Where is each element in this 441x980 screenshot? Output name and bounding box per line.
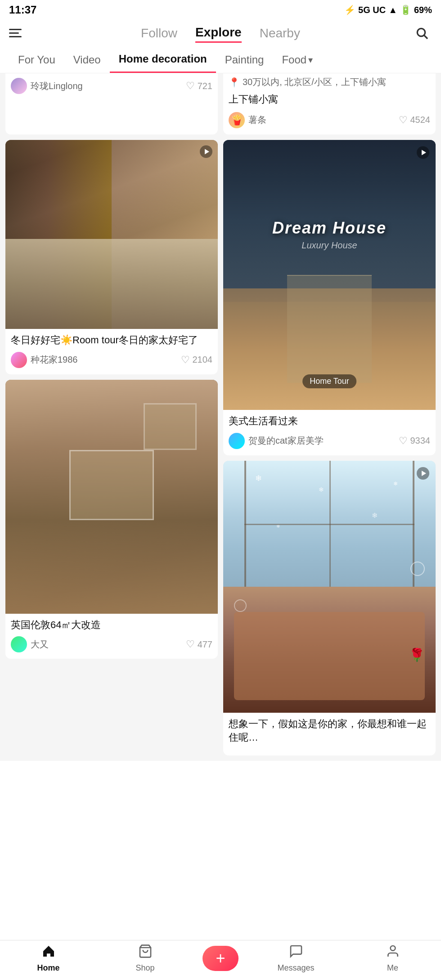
card-info-2: 美式生活看过来 贺曼的cat家居美学 ♡ 9334 <box>223 410 436 455</box>
card-title-3: 英国伦敦64㎡大改造 <box>11 618 212 632</box>
card-img-living-room <box>5 140 218 329</box>
network-label: 5G UC <box>358 5 386 15</box>
card-img-dream-house: Dream House Luxury House Home Tour <box>223 140 436 410</box>
partial-card-left[interactable]: 玲珑Linglong ♡ 721 <box>5 73 218 135</box>
nav-shop[interactable]: Shop <box>97 944 194 973</box>
wifi-icon: ▲ <box>388 5 397 15</box>
status-right: ⚡ 5G UC ▲ 🔋 69% <box>344 4 432 15</box>
author-left: 玲珑Linglong <box>11 78 83 94</box>
partial-card-right[interactable]: 📍 30万以内, 北京区/小区，上下铺小寓 上下铺小寓 🍟 薯条 ♡ 4524 <box>223 73 436 135</box>
location-icon: 📍 <box>229 77 240 88</box>
like-section-3[interactable]: ♡ 477 <box>186 638 212 650</box>
partial-author-right: 🍟 薯条 ♡ 4524 <box>223 108 436 135</box>
partial-right-title: 上下铺小寓 <box>223 90 436 108</box>
avatar-linglong <box>11 78 27 94</box>
home-tour-badge: Home Tour <box>302 374 356 388</box>
card-dream-house[interactable]: Dream House Luxury House Home Tour 美 <box>223 140 436 455</box>
home-icon <box>41 944 56 962</box>
author-name-shuciao: 薯条 <box>248 114 266 126</box>
status-time: 11:37 <box>9 4 36 16</box>
nav-me[interactable]: Me <box>344 944 441 973</box>
add-icon: + <box>216 950 225 967</box>
card-img-snow-room: ❄ ❄ ❄ ❄ ❄ 🌹 <box>223 461 436 713</box>
card-info-1: 冬日好好宅☀️Room tour冬日的家太好宅了 种花家1986 ♡ 2104 <box>5 329 218 374</box>
author-name-linglong: 玲珑Linglong <box>31 80 83 92</box>
partial-author-left: 玲珑Linglong ♡ 721 <box>5 73 218 100</box>
heart-icon-2: ♡ <box>399 435 408 447</box>
like-section-top-left: ♡ 721 <box>186 80 212 92</box>
like-section-top-right: ♡ 4524 <box>399 114 431 126</box>
messages-icon <box>289 944 303 962</box>
dream-house-title: Dream House <box>234 218 425 237</box>
svg-point-8 <box>390 946 395 951</box>
nav-messages-label: Messages <box>277 963 314 973</box>
battery-label: 69% <box>414 5 432 15</box>
card-author-2: 贺曼的cat家居美学 ♡ 9334 <box>229 433 430 449</box>
nav-messages[interactable]: Messages <box>248 944 344 973</box>
feed-column-right: Dream House Luxury House Home Tour 美 <box>223 140 436 755</box>
svg-point-0 <box>417 28 425 36</box>
me-icon <box>386 944 400 962</box>
nav-nearby[interactable]: Nearby <box>260 24 300 42</box>
category-tabs: For You Video Home decoration Painting F… <box>0 46 441 73</box>
like-count-shuciao: 4524 <box>410 115 431 125</box>
like-count-linglong: 721 <box>198 81 212 91</box>
signal-icon: ⚡ <box>344 4 356 15</box>
nav-me-label: Me <box>387 963 398 973</box>
shop-icon <box>138 944 153 962</box>
avatar-2 <box>229 433 245 449</box>
video-play-icon-2 <box>416 145 430 162</box>
feed-column-left: 冬日好好宅☀️Room tour冬日的家太好宅了 种花家1986 ♡ 2104 <box>5 140 218 659</box>
partial-right-location: 30万以内, 北京区/小区，上下铺小寓 <box>243 76 386 88</box>
cat-food[interactable]: Food ▾ <box>273 47 322 72</box>
nav-tabs: Follow Explore Nearby <box>29 23 412 43</box>
heart-icon-3: ♡ <box>186 638 195 650</box>
add-button[interactable]: + <box>202 946 238 971</box>
cat-for-you[interactable]: For You <box>9 47 64 72</box>
nav-explore[interactable]: Explore <box>195 23 242 43</box>
video-play-icon-4 <box>416 466 430 482</box>
main-feed: 冬日好好宅☀️Room tour冬日的家太好宅了 种花家1986 ♡ 2104 <box>0 135 441 761</box>
author-name-3: 大又 <box>31 638 49 651</box>
header: Follow Explore Nearby <box>0 20 441 46</box>
img-living-room-bottom <box>5 239 218 329</box>
video-play-icon-1 <box>199 144 213 161</box>
card-snow-room[interactable]: ❄ ❄ ❄ ❄ ❄ 🌹 <box>223 461 436 756</box>
flower-icon: 🌹 <box>409 647 425 662</box>
search-button[interactable] <box>412 26 432 40</box>
author-info-1: 种花家1986 <box>11 352 78 368</box>
card-uk-house[interactable]: 英国伦敦64㎡大改造 大又 ♡ 477 <box>5 380 218 659</box>
nav-home[interactable]: Home <box>0 944 97 973</box>
avatar-shuciao: 🍟 <box>229 112 245 128</box>
overlay-circle-2 <box>234 599 247 612</box>
heart-icon-1: ♡ <box>181 354 190 366</box>
card-title-1: 冬日好好宅☀️Room tour冬日的家太好宅了 <box>11 333 212 347</box>
nav-add[interactable]: + <box>194 946 248 971</box>
card-living-room[interactable]: 冬日好好宅☀️Room tour冬日的家太好宅了 种花家1986 ♡ 2104 <box>5 140 218 374</box>
author-info-2: 贺曼的cat家居美学 <box>229 433 324 449</box>
like-section-2[interactable]: ♡ 9334 <box>399 435 431 447</box>
cat-home-decoration[interactable]: Home decoration <box>110 46 216 73</box>
card-title-4: 想象一下，假如这是你的家，你最想和谁一起住呢… <box>229 717 430 745</box>
author-name-1: 种花家1986 <box>31 354 78 366</box>
bottom-nav: Home Shop + Messages Me <box>0 940 441 980</box>
status-bar: 11:37 ⚡ 5G UC ▲ 🔋 69% <box>0 0 441 20</box>
like-count-1: 2104 <box>193 355 213 365</box>
nav-follow[interactable]: Follow <box>141 24 177 42</box>
heart-icon-right: ♡ <box>399 114 408 126</box>
card-author-3: 大又 ♡ 477 <box>11 636 212 652</box>
img-living-room-top <box>5 140 218 239</box>
menu-button[interactable] <box>9 29 29 37</box>
cat-painting[interactable]: Painting <box>216 47 273 72</box>
dream-house-sub: Luxury House <box>234 240 425 250</box>
author-left-right: 🍟 薯条 <box>229 112 266 128</box>
heart-icon: ♡ <box>186 80 195 92</box>
overlay-circle-1 <box>410 562 425 576</box>
nav-home-label: Home <box>37 963 59 973</box>
card-info-3: 英国伦敦64㎡大改造 大又 ♡ 477 <box>5 614 218 659</box>
card-info-4: 想象一下，假如这是你的家，你最想和谁一起住呢… <box>223 713 436 756</box>
card-title-2: 美式生活看过来 <box>229 414 430 428</box>
cat-video[interactable]: Video <box>64 47 110 72</box>
svg-line-1 <box>424 35 428 38</box>
like-section-1[interactable]: ♡ 2104 <box>181 354 213 366</box>
